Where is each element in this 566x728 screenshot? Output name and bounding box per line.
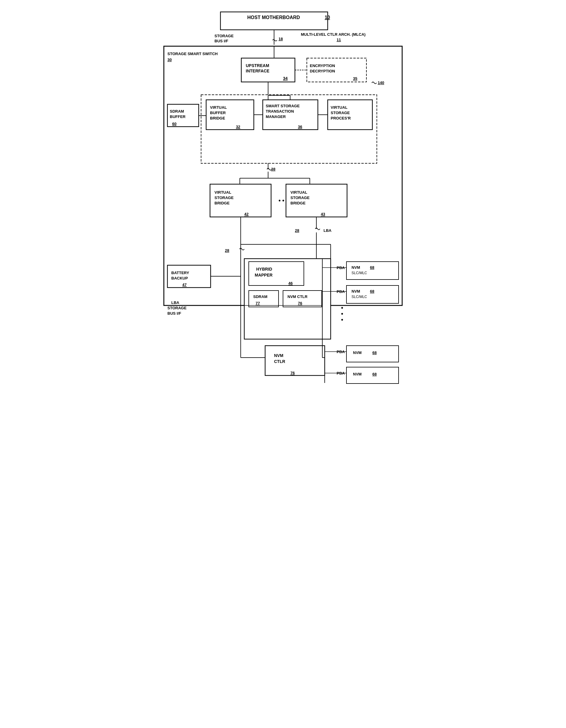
ref-28-lba: 28: [295, 228, 299, 233]
svg-text:TRANSACTION: TRANSACTION: [266, 109, 294, 114]
nvm-ctlr76-bot-label: NVM: [274, 353, 283, 358]
nvm68-3-label: NVM: [353, 350, 362, 355]
svg-text:PROCES'R: PROCES'R: [331, 116, 351, 120]
svg-text:STORAGE: STORAGE: [331, 111, 350, 115]
sstm-ref: 36: [298, 125, 302, 129]
svg-text:CTLR: CTLR: [274, 359, 285, 364]
ref-38: 38: [271, 167, 275, 171]
sss-label: STORAGE SMART SWITCH: [168, 52, 218, 56]
svg-text:BUS I/F: BUS I/F: [215, 39, 228, 43]
nvm-ctlr76-top-ref: 76: [298, 301, 302, 305]
storage-bus-if-label: STORAGE: [215, 34, 234, 38]
diagram-container: HOST MOTHERBOARD 10 STORAGE BUS I/F 18 M…: [155, 6, 411, 715]
battery-backup-label: BATTERY: [171, 271, 189, 275]
vbb-label: VIRTUAL: [210, 105, 227, 110]
svg-text:BRIDGE: BRIDGE: [215, 201, 230, 205]
svg-text:STORAGE: STORAGE: [290, 195, 309, 200]
nvm68-1-sublabel: SLC/MLC: [351, 271, 367, 275]
nvm68-2-label: NVM: [351, 289, 360, 294]
enc-dec-ref: 35: [353, 76, 357, 81]
svg-rect-34: [210, 184, 271, 217]
nvm68-4-label: NVM: [353, 372, 362, 376]
sstm-label: SMART STORAGE: [266, 104, 300, 108]
enc-dec-label: ENCRYPTION: [310, 63, 335, 68]
svg-text:BACKUP: BACKUP: [171, 276, 188, 280]
nvm68-3-ref: 68: [372, 350, 376, 355]
sdram-buffer-ref: 60: [172, 122, 176, 126]
sdram-buffer-label: SDRAM: [170, 109, 184, 114]
lba-label: LBA: [323, 228, 331, 233]
svg-text:MAPPER: MAPPER: [255, 273, 273, 277]
vsp-label: VIRTUAL: [331, 105, 347, 110]
svg-text:STORAGE: STORAGE: [168, 306, 187, 310]
nvm-ctlr76-bot-ref: 76: [290, 371, 294, 375]
vsb43-ref: 43: [321, 212, 325, 216]
mlca-label: MULTI-LEVEL CTLR ARCH. (MLCA): [301, 32, 365, 37]
sdram77-label: SDRAM: [253, 294, 268, 299]
upstream-interface-label: UPSTREAM: [246, 63, 269, 68]
upstream-interface-ref: 34: [283, 76, 288, 81]
lba-storage-bus-label: LBA: [171, 300, 179, 305]
vsb42-ref: 42: [244, 212, 249, 216]
host-motherboard-label: HOST MOTHERBOARD: [247, 15, 300, 20]
svg-text:MANAGER: MANAGER: [266, 114, 286, 119]
sss-ref: 30: [168, 58, 172, 62]
svg-rect-60: [346, 262, 398, 280]
nvm68-4-ref: 68: [372, 372, 376, 376]
hybrid-mapper-ref: 46: [288, 281, 292, 285]
svg-text:BRIDGE: BRIDGE: [290, 201, 305, 205]
svg-text:STORAGE: STORAGE: [215, 195, 234, 200]
vbb-ref: 32: [236, 125, 240, 129]
nvm-dots: •: [341, 305, 343, 311]
battery-backup-ref: 47: [182, 282, 187, 287]
svg-rect-0: [221, 12, 328, 30]
nvm68-2-ref: 68: [370, 289, 374, 294]
host-motherboard-ref: 10: [325, 15, 330, 20]
svg-text:•: •: [341, 316, 343, 323]
nvm68-1-label: NVM: [351, 265, 360, 270]
ref-18: 18: [279, 37, 283, 41]
svg-text:INTERFACE: INTERFACE: [246, 69, 269, 73]
svg-text:•: •: [341, 311, 343, 317]
sdram77-ref: 77: [256, 301, 260, 305]
svg-text:BRIDGE: BRIDGE: [210, 116, 225, 120]
svg-rect-63: [346, 285, 398, 303]
hybrid-mapper-label: HYBRID: [256, 267, 272, 271]
vsb42-label: VIRTUAL: [215, 190, 231, 195]
ref-140: 140: [378, 80, 384, 85]
svg-text:DECRYPTION: DECRYPTION: [310, 69, 335, 73]
svg-text:BUFFER: BUFFER: [170, 114, 186, 119]
nvm68-2-sublabel: SLC/MLC: [351, 295, 367, 299]
svg-rect-37: [286, 184, 347, 217]
nvm68-1-ref: 68: [370, 265, 374, 270]
mlca-ref: 11: [336, 38, 341, 42]
svg-text:BUFFER: BUFFER: [210, 111, 226, 115]
nvm-ctlr76-top-label: NVM CTLR: [287, 294, 308, 299]
ref-28-left: 28: [225, 248, 229, 253]
main-diagram: HOST MOTHERBOARD 10 STORAGE BUS I/F 18 M…: [155, 6, 411, 715]
svg-text:BUS I/F: BUS I/F: [168, 311, 181, 316]
vsb43-label: VIRTUAL: [290, 190, 307, 195]
